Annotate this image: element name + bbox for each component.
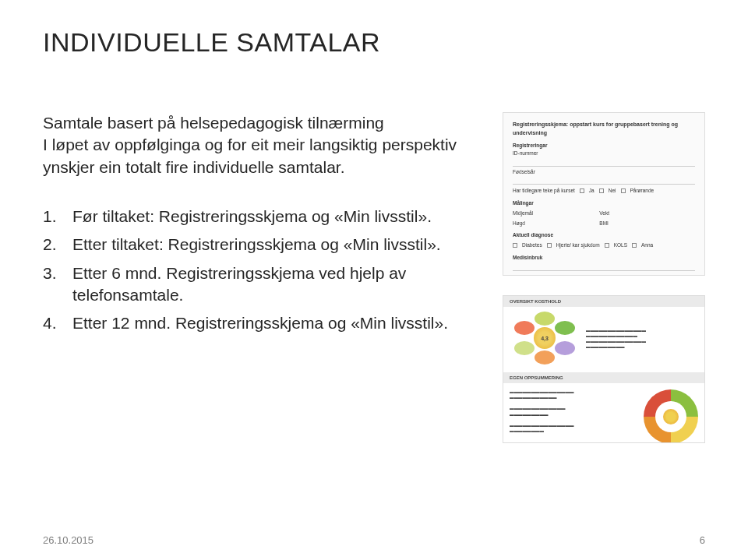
list-item: Etter 6 mnd. Registreringsskjema ved hje… bbox=[66, 262, 479, 307]
results-heading: OVERSIKT KOSTHOLD bbox=[503, 296, 704, 307]
form-section-label: Forventningar til seg sjølv og tiltaket bbox=[513, 276, 695, 276]
checkbox-icon bbox=[513, 243, 517, 248]
form-field-label: Fødselsår bbox=[513, 168, 695, 176]
petal-icon bbox=[555, 341, 575, 355]
form-field-label: Har tidlegare teke på kurset bbox=[513, 187, 575, 195]
form-row: Høgd BMI bbox=[513, 220, 695, 227]
form-row: Har tidlegare teke på kurset Ja Nei Pårø… bbox=[513, 187, 695, 195]
petal-icon bbox=[514, 341, 535, 355]
footer: 26.10.2015 6 bbox=[43, 534, 705, 546]
checkbox-icon bbox=[547, 243, 552, 248]
checkbox-icon bbox=[580, 188, 584, 193]
footer-page-number: 6 bbox=[700, 534, 705, 546]
footer-date: 26.10.2015 bbox=[43, 534, 94, 546]
list-item: Før tiltaket: Registreringsskjema og «Mi… bbox=[66, 206, 479, 227]
results-body: ▬▬▬▬▬▬▬▬▬▬▬▬▬▬▬▬▬▬▬▬▬▬▬▬▬▬▬▬▬▬▬▬▬▬▬▬▬▬▬▬… bbox=[503, 383, 704, 443]
results-text: ▬▬▬▬▬▬▬▬▬▬▬▬▬▬▬▬▬▬▬▬▬▬▬▬▬▬▬▬▬▬▬▬▬▬▬▬▬▬▬▬… bbox=[510, 389, 636, 443]
checkbox-icon bbox=[632, 243, 637, 248]
list-item: Etter tiltaket: Registreringsskjema og «… bbox=[66, 234, 479, 255]
form-row: Midjemål Vekt bbox=[513, 210, 695, 217]
petal-icon bbox=[555, 321, 575, 335]
checkbox-icon bbox=[605, 243, 609, 248]
slide-title: INDIVIDUELLE SAMTALAR bbox=[43, 27, 705, 58]
registration-form-thumbnail: Registreringsskjema: oppstart kurs for g… bbox=[503, 112, 705, 276]
form-field-label: ID-nummer bbox=[513, 150, 695, 157]
results-subheading: EGEN OPPSUMMERING bbox=[503, 372, 704, 383]
form-field-label: Høgd bbox=[513, 220, 595, 227]
form-section-label: Registreringar bbox=[513, 142, 695, 150]
form-field-label: Vekt bbox=[599, 210, 681, 217]
option-label: Hjerte/ kar sjukdom bbox=[556, 241, 600, 249]
option-label: Diabetes bbox=[522, 241, 542, 249]
list-item: Etter 12 mnd. Registreringsskjema og «Mi… bbox=[66, 312, 479, 334]
numbered-list: Før tiltaket: Registreringsskjema og «Mi… bbox=[43, 206, 479, 335]
results-body: 4,3 ▬▬▬▬▬▬▬▬▬▬▬▬▬▬▬▬▬▬▬▬▬▬▬▬▬▬▬▬▬▬▬▬▬▬▬▬… bbox=[503, 307, 704, 371]
option-label: Ja bbox=[589, 187, 595, 195]
form-line bbox=[513, 159, 695, 167]
form-row: Diabetes Hjerte/ kar sjukdom KOLS Anna bbox=[513, 241, 695, 249]
petal-icon bbox=[535, 350, 555, 365]
petal-icon bbox=[535, 312, 555, 326]
results-thumbnail: OVERSIKT KOSTHOLD 4,3 ▬▬▬▬▬▬▬▬▬▬▬▬▬▬▬▬▬▬… bbox=[503, 295, 705, 443]
intro-paragraph: Samtale basert på helsepedagogisk tilnær… bbox=[43, 112, 479, 178]
form-section-label: Medisinbruk bbox=[513, 254, 695, 262]
flower-chart-icon: 4,3 bbox=[510, 312, 580, 366]
option-label: Nei bbox=[609, 187, 616, 195]
image-column: Registreringsskjema: oppstart kurs for g… bbox=[503, 112, 705, 443]
donut-chart-icon bbox=[644, 389, 698, 443]
donut-inner-icon bbox=[655, 401, 686, 432]
form-field-label: Midjemål bbox=[513, 210, 595, 217]
content-row: Samtale basert på helsepedagogisk tilnær… bbox=[43, 112, 705, 443]
option-label: Pårørande bbox=[630, 187, 654, 195]
checkbox-icon bbox=[599, 188, 604, 193]
results-text: ▬▬▬▬▬▬▬▬▬▬▬▬▬▬▬▬▬▬▬▬▬▬▬▬▬▬▬▬▬▬▬▬▬▬▬▬▬▬▬▬… bbox=[586, 328, 698, 350]
slide: INDIVIDUELLE SAMTALAR Samtale basert på … bbox=[0, 0, 748, 560]
petal-icon bbox=[514, 321, 535, 335]
checkbox-icon bbox=[621, 188, 626, 193]
option-label: Anna bbox=[641, 241, 653, 249]
option-label: KOLS bbox=[614, 241, 627, 249]
form-line bbox=[513, 177, 695, 185]
text-column: Samtale basert på helsepedagogisk tilnær… bbox=[43, 112, 479, 443]
form-heading: Registreringsskjema: oppstart kurs for g… bbox=[513, 121, 695, 137]
form-field-label: BMI bbox=[599, 220, 681, 227]
form-section-label: Målingar bbox=[513, 199, 695, 207]
form-line bbox=[513, 263, 695, 271]
score-badge: 4,3 bbox=[534, 327, 556, 349]
form-section-label: Aktuell diagnose bbox=[513, 231, 695, 239]
